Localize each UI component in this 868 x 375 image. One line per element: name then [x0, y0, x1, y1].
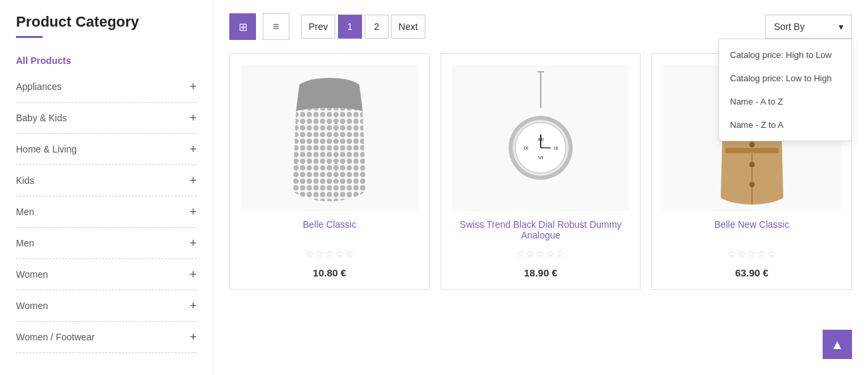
- main-content: ⊞ ≡ Prev 1 2 Next Sort By ▾ Catalog pric…: [213, 0, 868, 375]
- sort-by-button[interactable]: Sort By ▾: [765, 15, 852, 39]
- list-view-button[interactable]: ≡: [263, 13, 289, 40]
- sidebar-item-women-footwear[interactable]: Women / Footwear +: [16, 322, 197, 353]
- svg-point-16: [749, 182, 755, 187]
- sidebar-item-women-1[interactable]: Women +: [16, 259, 197, 290]
- product-price-belle-classic: 10.80 €: [313, 267, 346, 278]
- chevron-down-icon: ▾: [839, 21, 843, 32]
- sidebar-item-men-1[interactable]: Men +: [16, 196, 197, 228]
- svg-point-14: [749, 142, 755, 147]
- product-stars-belle-new-classic: ☆ ☆ ☆ ☆ ☆: [727, 248, 776, 259]
- expand-icon: +: [189, 143, 197, 155]
- product-card-swiss-trend[interactable]: XII VI IX III Swiss Trend Black Dial Rob…: [441, 53, 641, 290]
- expand-icon: +: [189, 81, 197, 93]
- next-button[interactable]: Next: [391, 15, 425, 39]
- sidebar-item-baby-kids[interactable]: Baby & Kids +: [16, 103, 197, 134]
- expand-icon: +: [189, 268, 197, 280]
- product-image-swiss-trend: XII VI IX III: [452, 65, 630, 211]
- grid-icon: ⊞: [239, 21, 247, 33]
- sort-option-name-za[interactable]: Name - Z to A: [719, 113, 851, 137]
- sidebar-item-women-2[interactable]: Women +: [16, 290, 197, 322]
- sidebar-title: Product Category: [16, 13, 197, 31]
- sidebar-item-men-2[interactable]: Men +: [16, 228, 197, 259]
- list-icon: ≡: [273, 21, 279, 33]
- sort-wrapper: Sort By ▾ Catalog price: High to Low Cat…: [765, 15, 852, 39]
- sidebar-item-home-living[interactable]: Home & Living +: [16, 134, 197, 165]
- svg-rect-17: [725, 148, 779, 153]
- product-stars-belle-classic: ☆ ☆ ☆ ☆ ☆: [305, 248, 354, 259]
- expand-icon: +: [189, 206, 197, 218]
- expand-icon: +: [189, 237, 197, 249]
- sidebar-item-kids[interactable]: Kids +: [16, 165, 197, 196]
- product-price-belle-new-classic: 63.90 €: [735, 267, 769, 278]
- pagination: Prev 1 2 Next: [301, 15, 425, 39]
- product-stars-swiss-trend: ☆ ☆ ☆ ☆ ☆: [516, 248, 565, 259]
- prev-button[interactable]: Prev: [301, 15, 335, 39]
- product-price-swiss-trend: 18.90 €: [524, 267, 557, 278]
- expand-icon: +: [189, 175, 197, 187]
- arrow-up-icon: ▲: [831, 337, 844, 352]
- product-name-belle-classic: Belle Classic: [303, 219, 356, 243]
- product-name-belle-new-classic: Belle New Classic: [715, 219, 789, 243]
- toolbar: ⊞ ≡ Prev 1 2 Next Sort By ▾ Catalog pric…: [229, 13, 852, 40]
- sort-option-high-to-low[interactable]: Catalog price: High to Low: [719, 43, 851, 67]
- page-2-button[interactable]: 2: [365, 15, 389, 39]
- product-card-belle-classic[interactable]: Belle Classic ☆ ☆ ☆ ☆ ☆ 10.80 €: [229, 53, 430, 290]
- product-image-belle-classic: [241, 65, 419, 211]
- sort-option-name-az[interactable]: Name - A to Z: [719, 90, 851, 113]
- grid-view-button[interactable]: ⊞: [229, 13, 256, 40]
- product-name-swiss-trend: Swiss Trend Black Dial Robust Dummy Anal…: [452, 219, 630, 243]
- page-1-button[interactable]: 1: [338, 15, 362, 39]
- svg-text:III: III: [554, 145, 559, 151]
- expand-icon: +: [189, 331, 197, 343]
- sidebar-title-underline: [16, 36, 43, 38]
- sidebar-item-all-products[interactable]: All Products: [16, 50, 197, 71]
- sort-option-low-to-high[interactable]: Catalog price: Low to High: [719, 67, 851, 90]
- expand-icon: +: [189, 112, 197, 124]
- sidebar: Product Category All Products Appliances…: [0, 0, 213, 375]
- sort-dropdown: Catalog price: High to Low Catalog price…: [719, 39, 852, 141]
- expand-icon: +: [189, 300, 197, 312]
- svg-text:VI: VI: [538, 155, 543, 161]
- svg-point-15: [749, 162, 755, 167]
- sidebar-item-appliances[interactable]: Appliances +: [16, 71, 197, 103]
- svg-text:IX: IX: [523, 145, 529, 151]
- scroll-to-top-button[interactable]: ▲: [823, 330, 852, 359]
